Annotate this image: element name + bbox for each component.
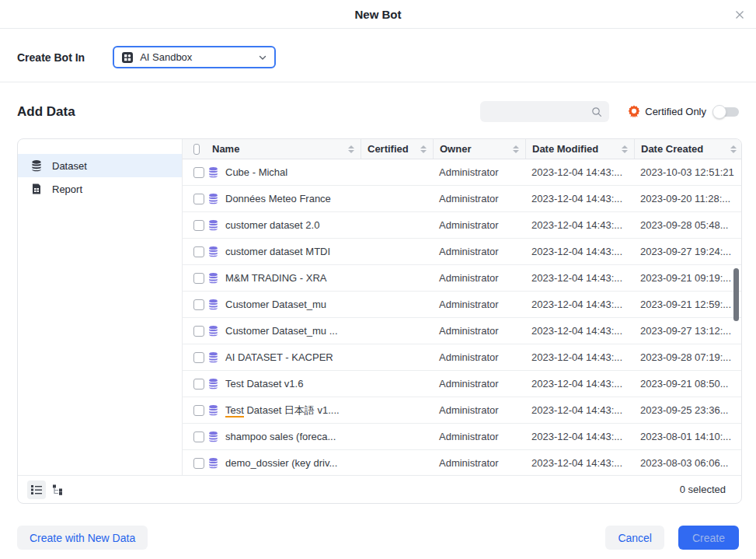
- table-row[interactable]: Customer Dataset_mu Administrator 2023-1…: [183, 292, 741, 318]
- sidebar-item-dataset[interactable]: Dataset: [18, 154, 182, 177]
- row-name-rest: Données Meteo France: [225, 193, 331, 204]
- row-checkbox[interactable]: [193, 326, 204, 337]
- cancel-button[interactable]: Cancel: [605, 526, 664, 550]
- sandbox-icon: [121, 51, 134, 64]
- row-checkbox[interactable]: [193, 431, 204, 442]
- row-modified: 2023-12-04 14:43:...: [525, 193, 634, 204]
- picker-footer: 0 selected: [18, 475, 741, 503]
- row-checkbox[interactable]: [193, 379, 204, 390]
- row-checkbox[interactable]: [193, 220, 204, 231]
- create-bot-in-section: Create Bot In AI Sandbox: [0, 29, 756, 82]
- dataset-icon: [207, 219, 219, 231]
- dataset-icon: [207, 193, 219, 204]
- table-row[interactable]: AI DATASET - KACPER Administrator 2023-1…: [183, 344, 741, 371]
- sort-icon-date-modified[interactable]: [622, 145, 628, 153]
- row-name-rest: Customer Dataset_mu ...: [225, 325, 338, 337]
- table-row[interactable]: Customer Dataset_mu ... Administrator 20…: [183, 318, 741, 344]
- row-name-rest: Cube - Michal: [225, 166, 287, 178]
- row-owner: Administrator: [433, 325, 525, 337]
- dataset-icon: [207, 272, 219, 284]
- row-modified: 2023-12-04 14:43:...: [525, 378, 634, 390]
- dialog-title: New Bot: [355, 8, 402, 21]
- dataset-icon: [207, 325, 219, 337]
- row-checkbox[interactable]: [193, 352, 204, 363]
- datasets-table: Name Certified Owner Date Modified: [183, 139, 741, 475]
- row-checkbox[interactable]: [193, 405, 204, 416]
- table-row[interactable]: M&M TRADING - XRA Administrator 2023-12-…: [183, 265, 741, 292]
- row-created: 2023-09-28 05:48...: [634, 219, 741, 231]
- row-checkbox[interactable]: [193, 458, 204, 469]
- row-owner: Administrator: [433, 378, 525, 390]
- sort-icon-certified[interactable]: [420, 145, 427, 153]
- dialog-header: New Bot: [0, 0, 756, 29]
- add-data-heading: Add Data: [17, 104, 480, 120]
- row-created: 2023-08-01 14:10:...: [634, 431, 741, 442]
- environment-select[interactable]: AI Sandbox: [113, 46, 276, 68]
- row-name: Customer Dataset_mu ...: [225, 325, 338, 337]
- row-name: Test Dataset 日本語 v1....: [225, 404, 340, 418]
- chevron-down-icon: [258, 53, 267, 62]
- row-name-rest: AI DATASET - KACPER: [225, 351, 333, 363]
- row-created: 2023-09-21 08:50...: [634, 378, 741, 390]
- row-checkbox[interactable]: [193, 273, 204, 284]
- selected-count: 0 selected: [680, 484, 726, 495]
- table-row[interactable]: Cube - Michal Administrator 2023-12-04 1…: [183, 159, 741, 186]
- certified-only-toggle[interactable]: [712, 106, 739, 118]
- select-all-checkbox[interactable]: [193, 144, 200, 155]
- row-name-rest: Dataset v1.6: [244, 378, 304, 390]
- row-owner: Administrator: [433, 404, 525, 416]
- row-modified: 2023-12-04 14:43:...: [525, 457, 634, 469]
- row-created: 2023-10-03 12:51:21: [634, 166, 741, 178]
- row-modified: 2023-12-04 14:43:...: [525, 431, 634, 442]
- search-input[interactable]: [487, 106, 591, 117]
- create-button[interactable]: Create: [678, 526, 739, 550]
- row-owner: Administrator: [433, 351, 525, 363]
- report-icon: [30, 183, 43, 195]
- row-name-rest: demo_dossier (key driv...: [225, 457, 337, 469]
- list-view-button[interactable]: [27, 480, 46, 499]
- sort-icon-date-created[interactable]: [730, 145, 737, 153]
- dataset-icon: [207, 246, 219, 257]
- row-modified: 2023-12-04 14:43:...: [525, 166, 634, 178]
- row-modified: 2023-12-04 14:43:...: [525, 246, 634, 257]
- row-checkbox[interactable]: [193, 299, 204, 310]
- table-body: Cube - Michal Administrator 2023-12-04 1…: [183, 159, 741, 475]
- table-row[interactable]: Test Dataset v1.6 Administrator 2023-12-…: [183, 371, 741, 397]
- dataset-icon: [207, 404, 219, 416]
- row-checkbox[interactable]: [193, 194, 204, 204]
- column-header-certified: Certified: [368, 143, 409, 155]
- row-owner: Administrator: [433, 246, 525, 257]
- table-row[interactable]: customer dataset MTDI Administrator 2023…: [183, 239, 741, 265]
- table-row[interactable]: shampoo sales (foreca... Administrator 2…: [183, 424, 741, 450]
- row-checkbox[interactable]: [193, 246, 204, 257]
- row-name-rest: Dataset 日本語 v1....: [244, 404, 340, 416]
- certified-only-group: Certified Only: [628, 105, 739, 118]
- vertical-scrollbar[interactable]: [733, 268, 739, 321]
- search-icon: [591, 107, 602, 117]
- sidebar-item-label: Dataset: [52, 160, 87, 172]
- table-row[interactable]: Test Dataset 日本語 v1.... Administrator 20…: [183, 397, 741, 424]
- row-modified: 2023-12-04 14:43:...: [525, 404, 634, 416]
- create-with-new-data-button[interactable]: Create with New Data: [17, 526, 148, 550]
- table-row[interactable]: customer dataset 2.0 Administrator 2023-…: [183, 212, 741, 239]
- sort-icon-name[interactable]: [348, 145, 354, 153]
- type-sidebar: Dataset Report: [18, 139, 183, 475]
- row-owner: Administrator: [433, 299, 525, 310]
- dialog-footer: Create with New Data Cancel Create: [0, 516, 756, 559]
- sort-icon-owner[interactable]: [513, 145, 519, 153]
- dataset-icon: [207, 166, 219, 178]
- tree-view-button[interactable]: [49, 480, 68, 499]
- sidebar-item-report[interactable]: Report: [18, 177, 182, 201]
- search-box[interactable]: [480, 101, 609, 122]
- row-checkbox[interactable]: [193, 167, 204, 178]
- row-modified: 2023-12-04 14:43:...: [525, 299, 634, 310]
- row-name-rest: customer dataset MTDI: [225, 246, 330, 257]
- dataset-icon: [207, 378, 219, 390]
- table-row[interactable]: demo_dossier (key driv... Administrator …: [183, 450, 741, 475]
- row-modified: 2023-12-04 14:43:...: [525, 219, 634, 231]
- row-created: 2023-09-21 09:19:...: [634, 272, 741, 284]
- table-row[interactable]: Données Meteo France Administrator 2023-…: [183, 186, 741, 212]
- close-icon[interactable]: [733, 8, 747, 22]
- row-name: customer dataset 2.0: [225, 219, 319, 231]
- row-name: Customer Dataset_mu: [225, 299, 326, 310]
